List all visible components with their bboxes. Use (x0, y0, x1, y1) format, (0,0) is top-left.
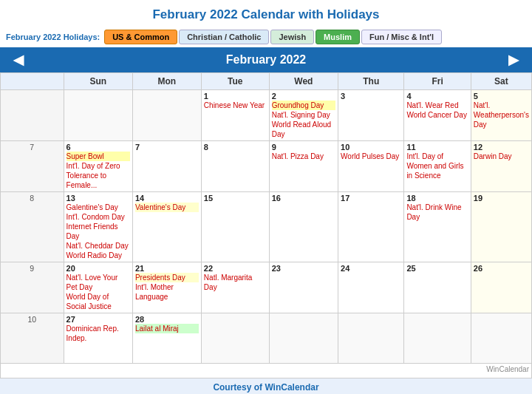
prev-month-button[interactable]: ◀ (7, 52, 30, 68)
filter-jewish[interactable]: Jewish (270, 30, 314, 44)
week-number: 9 (1, 262, 64, 313)
table-row: 5Nat'l. Weatherperson's Day (471, 90, 531, 141)
table-row: 15 (201, 192, 269, 262)
table-row (64, 90, 132, 141)
day-number: 11 (406, 143, 468, 152)
day-number: 1 (204, 92, 267, 101)
day-number: 22 (204, 264, 267, 273)
calendar-week-row: 1027Dominican Rep. Indep.28Lailat al Mir… (1, 313, 532, 364)
holiday-label: Groundhog Day (272, 101, 335, 110)
filter-muslim[interactable]: Muslim (316, 30, 360, 44)
table-row: 26 (471, 262, 531, 313)
holiday-label: World Read Aloud Day (272, 120, 335, 139)
table-row: 18Nat'l. Drink Wine Day (404, 192, 471, 262)
day-number: 20 (66, 264, 130, 273)
wincalendar-credit: WinCalendar (1, 364, 532, 378)
day-number: 16 (272, 194, 335, 203)
table-row: 8 (201, 141, 269, 192)
day-number: 8 (204, 143, 267, 152)
table-row: 25 (404, 262, 471, 313)
header-sun: Sun (64, 73, 132, 90)
holiday-label: Int'l. Day of Zero Tolerance to Female..… (66, 161, 130, 190)
table-row: 3 (338, 90, 404, 141)
courtesy-bar: Courtesy of WinCalendar (0, 378, 532, 394)
filter-us[interactable]: US & Common (104, 30, 177, 44)
holiday-label: Darwin Day (474, 152, 529, 161)
header-tue: Tue (201, 73, 269, 90)
header-wed: Wed (269, 73, 338, 90)
header-thu: Thu (338, 73, 404, 90)
table-row: 28Lailat al Miraj (132, 313, 201, 364)
table-row: 27Dominican Rep. Indep. (64, 313, 132, 364)
table-row: 19 (471, 192, 531, 262)
table-row: 22Natl. Margarita Day (201, 262, 269, 313)
filter-buttons: US & Common Christian / Catholic Jewish … (104, 30, 442, 44)
day-number: 28 (135, 315, 199, 324)
calendar-week-row: 920Nat'l. Love Your Pet DayWorld Day of … (1, 262, 532, 313)
table-row: 24 (338, 262, 404, 313)
day-number: 19 (474, 194, 529, 203)
table-row: 23 (269, 262, 338, 313)
holiday-label: Int'l. Day of Women and Girls in Science (406, 152, 468, 180)
day-number: 4 (406, 92, 468, 101)
table-row: 9Nat'l. Pizza Day (269, 141, 338, 192)
table-row: 1Chinese New Year (201, 90, 269, 141)
day-number: 18 (406, 194, 468, 203)
next-month-button[interactable]: ▶ (502, 52, 525, 68)
holiday-label: Nat'l. Weatherperson's Day (474, 101, 529, 129)
week-number (1, 90, 64, 141)
day-number: 25 (406, 264, 468, 273)
holiday-label: Nat'l. Signing Day (272, 110, 335, 120)
holiday-label: Chinese New Year (204, 101, 267, 110)
calendar-table: Sun Mon Tue Wed Thu Fri Sat 1Chinese New… (0, 72, 532, 378)
table-row: 7 (132, 141, 201, 192)
table-row: 11Int'l. Day of Women and Girls in Scien… (404, 141, 471, 192)
table-row: 21Presidents DayInt'l. Mother Language (132, 262, 201, 313)
table-row (201, 313, 269, 364)
table-row (404, 313, 471, 364)
table-row: 14Valentine's Day (132, 192, 201, 262)
holiday-label: Galentine's Day (66, 203, 130, 212)
table-row: 4Nat'l. Wear RedWorld Cancer Day (404, 90, 471, 141)
table-row: 13Galentine's DayInt'l. Condom DayIntern… (64, 192, 132, 262)
filter-christian[interactable]: Christian / Catholic (179, 30, 269, 44)
day-number: 14 (135, 194, 199, 203)
holiday-label: Nat'l. Wear Red (406, 101, 468, 110)
day-number: 9 (272, 143, 335, 152)
day-number: 5 (474, 92, 529, 101)
holiday-label: World Day of Social Justice (66, 292, 130, 311)
table-row: 17 (338, 192, 404, 262)
day-number: 17 (341, 194, 401, 203)
table-row: 6Super BowlInt'l. Day of Zero Tolerance … (64, 141, 132, 192)
page-title: February 2022 Calendar with Holidays (0, 0, 532, 27)
holiday-label: Valentine's Day (135, 203, 199, 212)
calendar-week-row: 813Galentine's DayInt'l. Condom DayInter… (1, 192, 532, 262)
holiday-label: Lailat al Miraj (135, 324, 199, 333)
holiday-label: Internet Friends Day (66, 222, 130, 241)
filter-fun[interactable]: Fun / Misc & Int'l (361, 30, 442, 44)
day-number: 15 (204, 194, 267, 203)
table-row: 10World Pulses Day (338, 141, 404, 192)
top-bar-label: February 2022 Holidays: (6, 33, 100, 41)
week-num-header (1, 73, 64, 90)
day-number: 12 (474, 143, 529, 152)
calendar-week-row: 76Super BowlInt'l. Day of Zero Tolerance… (1, 141, 532, 192)
calendar-week-row: 1Chinese New Year2Groundhog DayNat'l. Si… (1, 90, 532, 141)
calendar-month-title: February 2022 (30, 53, 502, 67)
holiday-label: Presidents Day (135, 273, 199, 282)
holiday-label: World Cancer Day (406, 110, 468, 120)
holiday-label: Nat'l. Pizza Day (272, 152, 335, 161)
holiday-label: World Radio Day (66, 251, 130, 260)
week-number: 8 (1, 192, 64, 262)
table-row: 16 (269, 192, 338, 262)
day-number: 13 (66, 194, 130, 203)
table-row (132, 90, 201, 141)
day-number: 10 (341, 143, 401, 152)
holiday-label: World Pulses Day (341, 152, 401, 161)
day-number: 6 (66, 143, 130, 152)
header-mon: Mon (132, 73, 201, 90)
calendar-nav: ◀ February 2022 ▶ (0, 47, 532, 72)
top-bar: February 2022 Holidays: US & Common Chri… (0, 27, 532, 47)
table-row: 20Nat'l. Love Your Pet DayWorld Day of S… (64, 262, 132, 313)
day-number: 3 (341, 92, 401, 101)
